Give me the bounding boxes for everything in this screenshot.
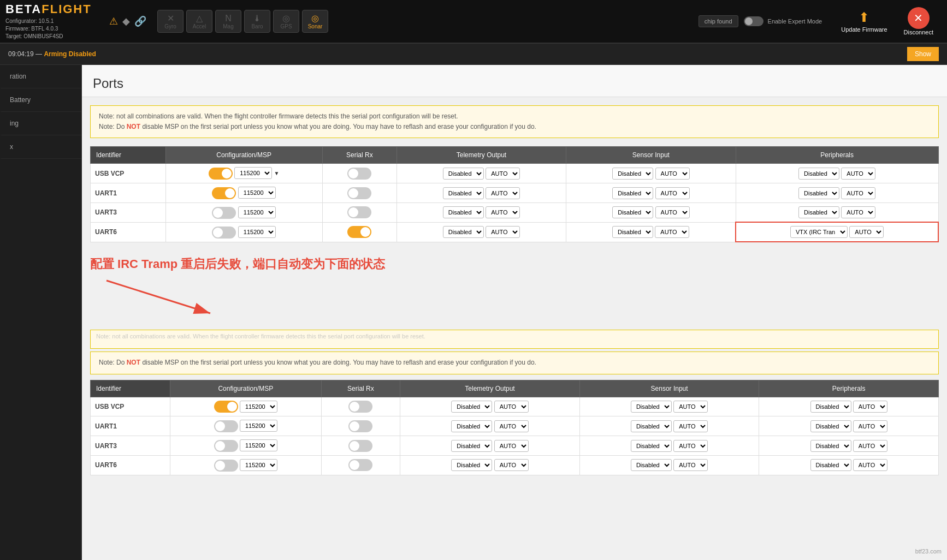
note-not: NOT (127, 123, 140, 130)
col2-peripherals: Peripherals (759, 380, 939, 397)
msp-baud-select[interactable]: 115200 (240, 439, 277, 451)
table-row: USB VCP 115200 Disabled AUTO Disabled (91, 397, 939, 416)
tel-baud-select[interactable]: AUTO (494, 401, 529, 413)
peri-mode-select[interactable]: Disabled (798, 187, 839, 199)
msp-toggle[interactable] (214, 420, 238, 432)
expert-mode-label: Enable Expert Mode (768, 18, 822, 25)
sensor-mode-select[interactable]: Disabled (631, 420, 672, 432)
peri-mode-select[interactable]: Disabled (810, 440, 851, 452)
tel-mode-select[interactable]: Disabled (443, 206, 484, 218)
version-info: Configurator: 10.5.1 Firmware: BTFL 4.0.… (5, 17, 93, 40)
peri-baud-select[interactable]: AUTO (853, 440, 887, 452)
sensor-mode-select[interactable]: Disabled (612, 168, 653, 180)
msp-toggle[interactable] (212, 227, 236, 239)
tel-mode-select[interactable]: Disabled (451, 459, 492, 471)
sensor-mode-select[interactable]: Disabled (631, 440, 672, 452)
sidebar-item-x[interactable]: x (0, 135, 81, 159)
tel-mode-select[interactable]: Disabled (451, 420, 492, 432)
sensor-baud-select[interactable]: AUTO (655, 206, 690, 218)
msp-baud-select[interactable]: 115200 (240, 420, 277, 432)
msp-toggle[interactable] (214, 440, 238, 452)
msp-toggle[interactable] (212, 207, 236, 219)
sidebar-item-ing[interactable]: ing (0, 112, 81, 135)
sidebar: ration Battery ing x (0, 65, 82, 560)
peri-mode-select[interactable]: Disabled (810, 459, 851, 471)
sensor-baud-select[interactable]: AUTO (655, 187, 690, 199)
row-id: UART1 (91, 416, 170, 436)
sensor-mode-select[interactable]: Disabled (612, 226, 653, 238)
rx-toggle[interactable] (347, 226, 371, 238)
disconnect-button[interactable]: ✕ Disconnect (896, 4, 942, 38)
msp-toggle[interactable] (214, 401, 238, 413)
sensor-baud-select[interactable]: AUTO (673, 420, 708, 432)
rx-toggle[interactable] (348, 420, 372, 432)
msp-toggle[interactable] (209, 168, 233, 180)
msp-baud-select[interactable]: 115200 (234, 167, 272, 179)
sensor-baud-select[interactable]: AUTO (673, 459, 708, 471)
sidebar-item-battery[interactable]: Battery (0, 88, 81, 112)
logo-flight: FLIGHT (42, 2, 91, 16)
tel-mode-select[interactable]: Disabled (451, 440, 492, 452)
sensor-mode-select[interactable]: Disabled (612, 187, 653, 199)
peri-baud-select-vtx[interactable]: AUTO (849, 226, 884, 238)
tel-mode-select[interactable]: Disabled (443, 168, 484, 180)
msp-baud-select[interactable]: 115200 (240, 401, 277, 413)
tel-baud-select[interactable]: AUTO (486, 206, 520, 218)
show-button[interactable]: Show (907, 47, 939, 61)
sensor-baud-select[interactable]: AUTO (655, 168, 690, 180)
tel-baud-select[interactable]: AUTO (494, 459, 529, 471)
sensor-baud-select[interactable]: AUTO (655, 226, 689, 238)
peri-mode-select-vtx[interactable]: VTX (IRC Tran (790, 226, 848, 238)
sensor-cell: Disabled AUTO (579, 436, 759, 456)
sidebar-item-ration[interactable]: ration (0, 65, 81, 88)
warning-icon: ⚠ (109, 15, 118, 27)
rx-toggle[interactable] (347, 168, 371, 180)
tel-mode-select[interactable]: Disabled (451, 401, 492, 413)
peri-baud-select[interactable]: AUTO (841, 206, 875, 218)
rx-cell (321, 397, 400, 416)
telemetry-cell: Disabled AUTO (400, 456, 580, 475)
sensor-cell: Disabled AUTO (579, 456, 759, 475)
ports-table-1: Identifier Configuration/MSP Serial Rx T… (90, 146, 939, 242)
msp-baud-select[interactable]: 115200 (238, 187, 276, 199)
tel-mode-select[interactable]: Disabled (443, 226, 484, 238)
rx-toggle[interactable] (347, 206, 371, 218)
peri-baud-select[interactable]: AUTO (841, 187, 875, 199)
sensor-baud-select[interactable]: AUTO (673, 440, 708, 452)
msp-baud-select[interactable]: 115200 (238, 226, 276, 238)
msp-toggle[interactable] (212, 187, 236, 199)
peri-baud-select[interactable]: AUTO (853, 420, 887, 432)
peri-baud-select[interactable]: AUTO (841, 168, 875, 180)
peri-mode-select[interactable]: Disabled (810, 420, 851, 432)
peri-baud-select[interactable]: AUTO (853, 459, 887, 471)
rx-toggle[interactable] (348, 440, 372, 452)
tel-baud-select[interactable]: AUTO (494, 420, 529, 432)
tel-baud-select[interactable]: AUTO (486, 187, 520, 199)
tel-baud-select[interactable]: AUTO (486, 226, 520, 238)
msp-baud-select[interactable]: 115200 (238, 206, 276, 218)
arrow-area (90, 275, 939, 319)
peri-mode-select[interactable]: Disabled (798, 206, 839, 218)
update-firmware-button[interactable]: ⬆ Update Firmware (833, 7, 895, 35)
tel-baud-select[interactable]: AUTO (486, 168, 520, 180)
msp-baud-select[interactable]: 115200 (240, 459, 277, 471)
sensor-mode-select[interactable]: Disabled (631, 459, 672, 471)
msp-toggle[interactable] (214, 460, 238, 472)
expert-mode-toggle[interactable]: Enable Expert Mode (744, 16, 822, 26)
rx-toggle[interactable] (347, 187, 371, 199)
sensor-mode-select[interactable]: Disabled (631, 401, 672, 413)
msp-cell: 115200 (165, 203, 322, 223)
telemetry-cell: Disabled AUTO (397, 164, 566, 183)
peri-baud-select[interactable]: AUTO (853, 401, 887, 413)
rx-toggle[interactable] (348, 401, 372, 413)
sensor-cell: Disabled AUTO (579, 397, 759, 416)
peri-mode-select[interactable]: Disabled (798, 168, 839, 180)
expert-mode-switch[interactable] (744, 16, 763, 26)
rx-cell (322, 183, 396, 203)
tel-baud-select[interactable]: AUTO (494, 440, 529, 452)
peri-mode-select[interactable]: Disabled (810, 401, 851, 413)
tel-mode-select[interactable]: Disabled (443, 187, 484, 199)
rx-toggle[interactable] (348, 459, 372, 471)
sensor-baud-select[interactable]: AUTO (673, 401, 708, 413)
sensor-mode-select[interactable]: Disabled (612, 206, 653, 218)
